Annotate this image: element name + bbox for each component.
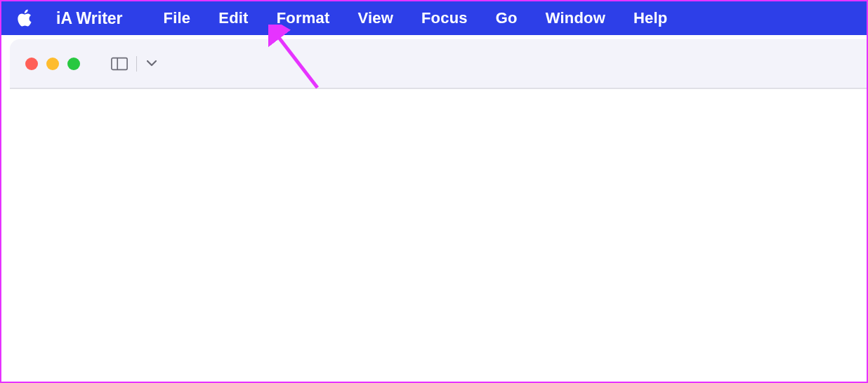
menu-view[interactable]: View: [343, 9, 407, 27]
apple-logo-icon[interactable]: [14, 8, 34, 28]
macos-menubar: iA Writer File Edit Format View Focus Go…: [1, 1, 867, 35]
menu-go[interactable]: Go: [482, 9, 532, 27]
minimize-button[interactable]: [46, 58, 59, 70]
svg-rect-0: [112, 58, 127, 69]
sidebar-toggle-icon[interactable]: [111, 57, 128, 71]
close-button[interactable]: [25, 58, 38, 70]
editor-area[interactable]: [10, 89, 867, 383]
menu-file[interactable]: File: [150, 9, 205, 27]
menu-focus[interactable]: Focus: [407, 9, 482, 27]
menu-help[interactable]: Help: [619, 9, 681, 27]
menu-format[interactable]: Format: [263, 9, 344, 27]
window-controls: [25, 58, 80, 70]
window-titlebar: [10, 39, 867, 89]
zoom-button[interactable]: [67, 58, 80, 70]
app-name[interactable]: iA Writer: [56, 9, 123, 28]
toolbar: [111, 56, 158, 72]
menu-edit[interactable]: Edit: [204, 9, 262, 27]
toolbar-separator: [136, 56, 137, 72]
menu-window[interactable]: Window: [532, 9, 619, 27]
chevron-down-icon[interactable]: [145, 58, 158, 70]
